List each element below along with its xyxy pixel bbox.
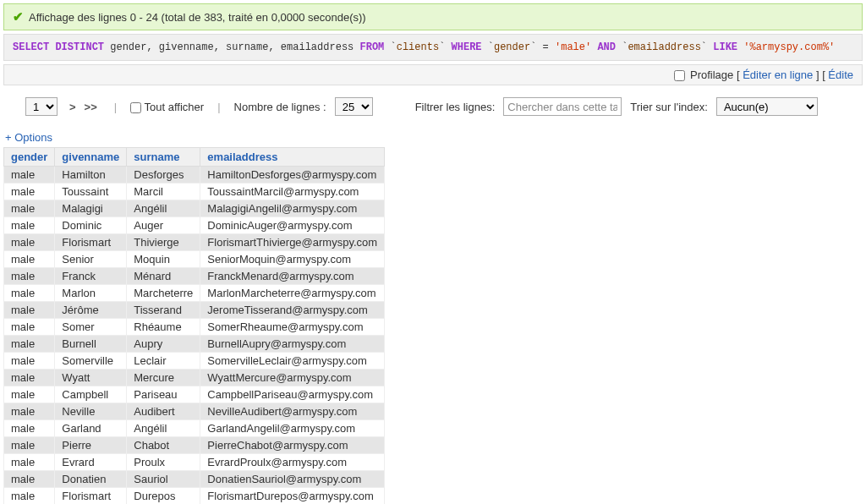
table-cell: Pierre: [55, 437, 127, 454]
table-row: maleSeniorMoquinSeniorMoquin@armyspy.com: [4, 251, 385, 268]
table-cell: male: [4, 285, 55, 302]
table-cell: HamiltonDesforges@armyspy.com: [200, 167, 385, 184]
table-cell: Angélil: [127, 200, 200, 217]
success-text: Affichage des lignes 0 - 24 (total de 38…: [29, 11, 366, 24]
table-cell: male: [4, 251, 55, 268]
table-cell: Malagigi: [55, 200, 127, 217]
table-cell: Leclair: [127, 353, 200, 370]
table-cell: Somer: [55, 319, 127, 336]
last-page-button[interactable]: >>: [85, 101, 97, 113]
table-cell: Audibert: [127, 403, 200, 420]
table-cell: Marlon: [55, 285, 127, 302]
table-cell: Thivierge: [127, 234, 200, 251]
table-cell: male: [4, 319, 55, 336]
edit-link[interactable]: Édite: [828, 68, 853, 81]
table-cell: Garland: [55, 420, 127, 437]
table-cell: CampbellPariseau@armyspy.com: [200, 386, 385, 403]
column-header-givenname[interactable]: givenname: [55, 148, 127, 167]
table-cell: male: [4, 454, 55, 471]
check-icon: ✔: [13, 9, 24, 25]
table-cell: male: [4, 234, 55, 251]
table-cell: Chabot: [127, 437, 200, 454]
table-cell: male: [4, 302, 55, 319]
table-cell: Desforges: [127, 167, 200, 184]
table-row: maleWyattMercureWyattMercure@armyspy.com: [4, 370, 385, 386]
column-header-gender[interactable]: gender: [4, 148, 55, 167]
sort-label: Trier sur l'index:: [630, 101, 708, 113]
table-row: maleSomervilleLeclairSomervilleLeclair@a…: [4, 353, 385, 370]
table-row: maleToussaintMarcilToussaintMarcil@armys…: [4, 184, 385, 200]
rows-label: Nombre de lignes :: [234, 101, 326, 113]
table-cell: Durepos: [127, 488, 200, 504]
show-all-checkbox[interactable]: [130, 102, 141, 113]
table-cell: male: [4, 167, 55, 184]
table-cell: WyattMercure@armyspy.com: [200, 370, 385, 386]
table-cell: Angélil: [127, 420, 200, 437]
table-cell: Tisserand: [127, 302, 200, 319]
show-all-label[interactable]: Tout afficher: [130, 101, 204, 113]
table-cell: MalagigiAngelil@armyspy.com: [200, 200, 385, 217]
table-cell: Senior: [55, 251, 127, 268]
table-cell: male: [4, 184, 55, 200]
table-row: maleCampbellPariseauCampbellPariseau@arm…: [4, 386, 385, 403]
table-row: maleJérômeTisserandJeromeTisserand@armys…: [4, 302, 385, 319]
options-link[interactable]: + Options: [0, 124, 866, 147]
table-cell: SomerRheaume@armyspy.com: [200, 319, 385, 336]
table-cell: GarlandAngelil@armyspy.com: [200, 420, 385, 437]
table-cell: Somerville: [55, 353, 127, 370]
navigation-row: 1 > >> | Tout afficher | Nombre de ligne…: [0, 85, 866, 124]
edit-inline-link[interactable]: Éditer en ligne: [743, 68, 813, 81]
sql-query: SELECT DISTINCT gender, givenname, surna…: [3, 34, 863, 61]
table-cell: Hamilton: [55, 167, 127, 184]
table-cell: male: [4, 353, 55, 370]
filter-input[interactable]: [503, 97, 622, 116]
table-cell: Marcheterre: [127, 285, 200, 302]
table-cell: male: [4, 471, 55, 488]
table-cell: Campbell: [55, 386, 127, 403]
next-page-button[interactable]: >: [69, 101, 76, 113]
table-row: maleFranckMénardFranckMenard@armyspy.com: [4, 268, 385, 285]
rows-select[interactable]: 25: [335, 97, 373, 116]
success-message: ✔ Affichage des lignes 0 - 24 (total de …: [3, 3, 863, 30]
table-cell: Pariseau: [127, 386, 200, 403]
table-row: maleDominicAugerDominicAuger@armyspy.com: [4, 217, 385, 234]
table-cell: Marcil: [127, 184, 200, 200]
profilage-checkbox[interactable]: [674, 70, 685, 81]
table-cell: MarlonMarcheterre@armyspy.com: [200, 285, 385, 302]
table-cell: Moquin: [127, 251, 200, 268]
table-cell: male: [4, 420, 55, 437]
table-cell: Florismart: [55, 488, 127, 504]
table-cell: BurnellAupry@armyspy.com: [200, 336, 385, 353]
table-cell: Ménard: [127, 268, 200, 285]
table-cell: Jérôme: [55, 302, 127, 319]
table-row: maleFlorismartDureposFlorismartDurepos@a…: [4, 488, 385, 504]
table-cell: male: [4, 403, 55, 420]
table-cell: DominicAuger@armyspy.com: [200, 217, 385, 234]
table-cell: NevilleAudibert@armyspy.com: [200, 403, 385, 420]
table-cell: Rhéaume: [127, 319, 200, 336]
table-row: maleEvrardProulxEvrardProulx@armyspy.com: [4, 454, 385, 471]
table-cell: Toussaint: [55, 184, 127, 200]
table-cell: Aupry: [127, 336, 200, 353]
table-cell: SomervilleLeclair@armyspy.com: [200, 353, 385, 370]
page-select[interactable]: 1: [25, 97, 58, 116]
table-row: maleNevilleAudibertNevilleAudibert@armys…: [4, 403, 385, 420]
filter-label: Filtrer les lignes:: [415, 101, 496, 113]
table-cell: JeromeTisserand@armyspy.com: [200, 302, 385, 319]
table-cell: Proulx: [127, 454, 200, 471]
table-cell: PierreChabot@armyspy.com: [200, 437, 385, 454]
table-row: maleMarlonMarcheterreMarlonMarcheterre@a…: [4, 285, 385, 302]
table-cell: Burnell: [55, 336, 127, 353]
table-row: maleHamiltonDesforgesHamiltonDesforges@a…: [4, 167, 385, 184]
table-cell: male: [4, 437, 55, 454]
table-cell: male: [4, 200, 55, 217]
table-cell: Auger: [127, 217, 200, 234]
column-header-surname[interactable]: surname: [127, 148, 200, 167]
sort-select[interactable]: Aucun(e): [716, 97, 818, 116]
table-cell: SeniorMoquin@armyspy.com: [200, 251, 385, 268]
table-row: maleBurnellAupryBurnellAupry@armyspy.com: [4, 336, 385, 353]
table-row: maleFlorismartThiviergeFlorismartThivier…: [4, 234, 385, 251]
table-cell: Donatien: [55, 471, 127, 488]
table-cell: male: [4, 488, 55, 504]
column-header-emailaddress[interactable]: emailaddress: [200, 148, 385, 167]
